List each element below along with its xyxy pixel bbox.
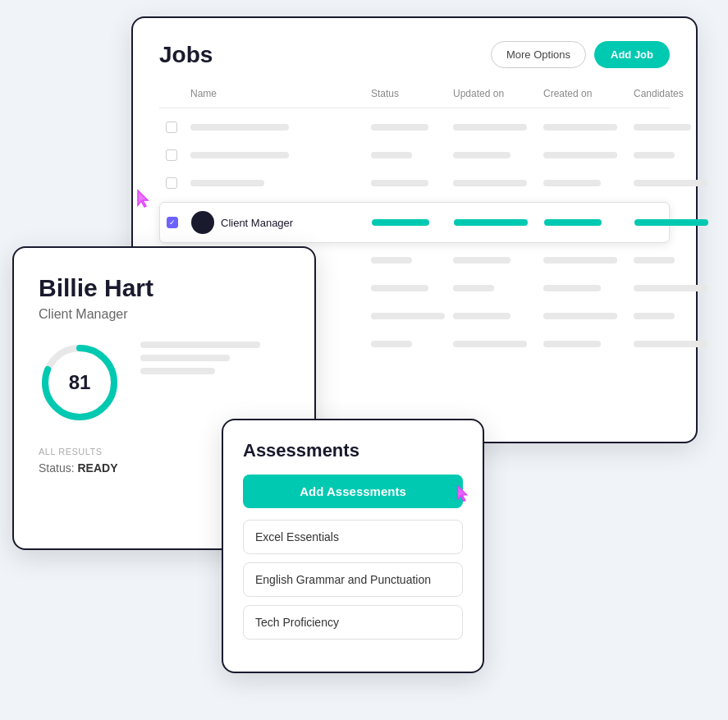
row-status-bar xyxy=(371,285,428,291)
row-candidates-bar xyxy=(634,341,707,347)
row-candidates-bar xyxy=(634,313,675,319)
info-bar xyxy=(140,342,260,348)
row-created-bar xyxy=(543,180,601,186)
jobs-header: Jobs More Options Add Job xyxy=(159,41,670,68)
info-bars xyxy=(140,342,290,374)
row-status-bar xyxy=(371,341,412,347)
assessment-label: English Grammar and Punctuation xyxy=(255,573,431,586)
row-candidates-bar xyxy=(634,257,675,264)
score-value: 81 xyxy=(69,371,91,394)
row-candidates-teal xyxy=(634,219,708,226)
row-updated-bar xyxy=(453,152,511,158)
jobs-title: Jobs xyxy=(159,42,213,68)
candidate-info xyxy=(140,342,290,394)
row-name-bar xyxy=(190,124,289,131)
row-name-bar xyxy=(190,180,264,186)
score-ring: 81 xyxy=(39,342,121,424)
row-status-teal xyxy=(372,219,429,226)
row-name: Client Manager xyxy=(221,217,293,229)
row-created-bar xyxy=(543,285,601,291)
candidate-body: 81 xyxy=(39,342,290,424)
cursor-assessments-area xyxy=(453,483,474,507)
assessments-card: Assessments Add Assessments Excel Essent… xyxy=(222,419,484,673)
row-updated-teal xyxy=(454,219,528,226)
row-status-bar xyxy=(371,152,412,158)
table-row[interactable] xyxy=(159,141,670,169)
col-candidates: Candidates xyxy=(634,88,716,99)
row-created-bar xyxy=(543,313,617,319)
add-job-button[interactable]: Add Job xyxy=(594,41,670,68)
assessment-item-tech[interactable]: Tech Proficiency xyxy=(243,605,463,640)
col-checkbox xyxy=(166,88,190,99)
row-updated-bar xyxy=(453,313,511,319)
info-bar xyxy=(140,355,230,361)
cursor-arrow-icon xyxy=(133,187,156,210)
row-updated-bar xyxy=(453,341,527,347)
row-name-bar xyxy=(190,152,289,158)
row-updated-bar xyxy=(453,285,494,291)
cursor-checkbox-area xyxy=(133,187,156,213)
assessment-item-excel[interactable]: Excel Essentials xyxy=(243,520,463,554)
col-status: Status xyxy=(371,88,453,99)
more-options-button[interactable]: More Options xyxy=(491,41,586,68)
row-status-bar xyxy=(371,313,445,319)
row-candidates-bar xyxy=(634,152,675,158)
row-updated-bar xyxy=(453,124,527,131)
row-checkbox[interactable] xyxy=(166,122,177,133)
row-created-bar xyxy=(543,124,617,131)
row-created-bar xyxy=(543,257,617,264)
assessments-title: Assessments xyxy=(243,440,463,461)
row-status-bar xyxy=(371,257,412,264)
row-updated-bar xyxy=(453,180,527,186)
row-checkbox[interactable] xyxy=(166,177,177,189)
row-created-teal xyxy=(544,219,602,226)
jobs-header-buttons: More Options Add Job xyxy=(491,41,670,68)
info-bar xyxy=(140,368,215,374)
status-value: READY xyxy=(77,461,117,475)
row-checkbox[interactable] xyxy=(166,149,177,161)
row-updated-bar xyxy=(453,257,511,264)
row-checkbox-checked[interactable]: ✓ xyxy=(167,217,178,228)
candidate-role: Client Manager xyxy=(39,307,290,322)
assessment-label: Excel Essentials xyxy=(255,530,339,543)
assessment-item-grammar[interactable]: English Grammar and Punctuation xyxy=(243,562,463,597)
row-created-bar xyxy=(543,341,601,347)
row-candidates-bar xyxy=(634,285,707,291)
add-assessments-button[interactable]: Add Assessments xyxy=(243,475,463,508)
cursor-arrow-icon-assessments xyxy=(453,483,474,504)
assessment-label: Tech Proficiency xyxy=(255,616,339,629)
client-manager-row[interactable]: ✓ Client Manager xyxy=(159,202,670,243)
table-row[interactable] xyxy=(159,169,670,197)
avatar xyxy=(191,211,214,234)
row-status-bar xyxy=(371,180,428,186)
col-created: Created on xyxy=(543,88,634,99)
row-candidates-bar xyxy=(634,180,707,186)
status-prefix: Status: xyxy=(39,461,75,475)
row-candidates-bar xyxy=(634,124,691,131)
row-status-bar xyxy=(371,124,428,131)
table-header: Name Status Updated on Created on Candid… xyxy=(159,88,670,108)
col-name: Name xyxy=(190,88,371,99)
row-created-bar xyxy=(543,152,617,158)
candidate-name: Billie Hart xyxy=(39,274,290,302)
col-updated: Updated on xyxy=(453,88,543,99)
add-assessments-wrapper: Add Assessments xyxy=(243,475,463,508)
table-row[interactable] xyxy=(159,113,670,141)
